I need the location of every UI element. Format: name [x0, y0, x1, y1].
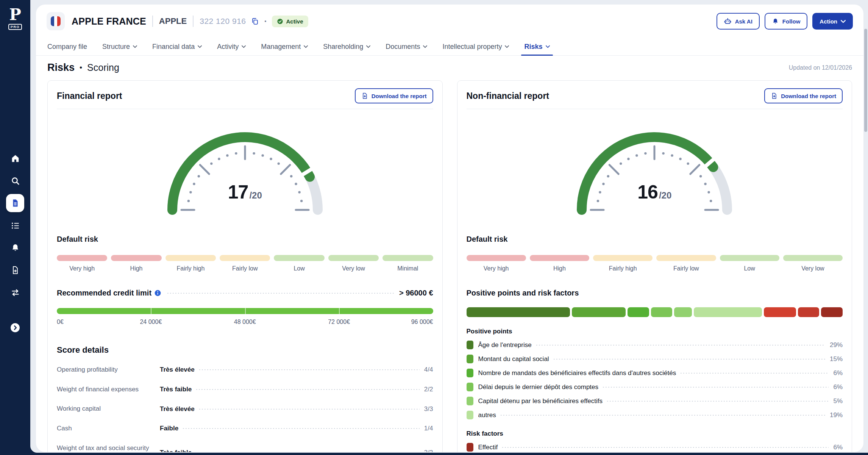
- risk-level-label: Fairly low: [656, 265, 716, 272]
- score-detail-score: 2/2: [424, 386, 433, 393]
- factor-percentage: 6%: [833, 444, 843, 451]
- sidebar: P PRO: [0, 0, 30, 455]
- file-plus-icon: [11, 266, 20, 275]
- panel-title: Non-financial report: [467, 91, 550, 101]
- panel-title: Financial report: [57, 91, 122, 101]
- risk-level-label: Very low: [328, 265, 379, 272]
- credit-tick-label: 72 000€: [328, 319, 350, 325]
- tab-shareholding[interactable]: Shareholding: [323, 38, 370, 55]
- factor-percentage: 19%: [830, 411, 843, 419]
- factor-color-swatch: [467, 383, 473, 391]
- risk-level-label: Very low: [783, 265, 843, 272]
- divider: [57, 109, 433, 109]
- dotted-leader: [199, 409, 420, 410]
- risk-level: Low: [720, 255, 779, 272]
- sidebar-item-documents[interactable]: [6, 194, 24, 212]
- factor-row: Délai depuis le dernier dépôt des compte…: [467, 383, 843, 391]
- score-detail-label: Weight of tax and social security liabil…: [57, 444, 160, 452]
- credit-limit-ticks: 0€24 000€48 000€72 000€96 000€: [57, 319, 433, 327]
- panel-head: Non-financial report Download the report: [467, 88, 843, 103]
- tab-documents[interactable]: Documents: [386, 38, 427, 55]
- document-icon: [11, 199, 20, 208]
- robot-icon: [724, 17, 732, 25]
- factor-percentage: 29%: [830, 341, 843, 349]
- updated-date: Updated on 12/01/2026: [789, 64, 852, 71]
- factors-heading: Positive points and risk factors: [467, 289, 843, 297]
- main-canvas: APPLE FRANCE APPLE 322 120 916 · Active …: [30, 0, 868, 453]
- factor-color-swatch: [467, 411, 473, 419]
- tab-management[interactable]: Management: [261, 38, 308, 55]
- copy-siren-button[interactable]: [250, 16, 260, 26]
- risk-level-bar: [720, 255, 779, 261]
- sidebar-item-reports[interactable]: [6, 261, 24, 279]
- divider: [193, 16, 194, 27]
- sidebar-item-home[interactable]: [6, 149, 24, 167]
- distribution-segment: [821, 307, 843, 317]
- score-detail-row: Weight of financial expenses Très faible…: [57, 385, 433, 394]
- score-detail-value: Faible: [160, 425, 178, 432]
- sidebar-item-lists[interactable]: [6, 216, 24, 235]
- chevron-down-icon: [304, 45, 308, 48]
- list-icon: [11, 221, 20, 230]
- home-icon: [11, 154, 20, 163]
- score-details-heading: Score details: [57, 345, 433, 355]
- scrollbar[interactable]: [864, 29, 867, 132]
- tab-financial-data[interactable]: Financial data: [152, 38, 202, 55]
- tab-company-file[interactable]: Company file: [47, 38, 87, 55]
- app-logo[interactable]: P PRO: [8, 7, 22, 30]
- chevron-right-circle-icon: [10, 323, 20, 333]
- risk-level: Very low: [783, 255, 843, 272]
- sidebar-expand-button[interactable]: [6, 319, 24, 337]
- content-card: APPLE FRANCE APPLE 322 120 916 · Active …: [36, 5, 863, 452]
- chevron-down-icon: [546, 45, 550, 48]
- ask-ai-button[interactable]: Ask AI: [717, 13, 760, 30]
- risk-level: Fairly high: [593, 255, 653, 272]
- sidebar-item-notifications[interactable]: [6, 239, 24, 257]
- score-detail-score: 3/3: [424, 405, 433, 413]
- download-report-button[interactable]: Download the report: [355, 88, 433, 103]
- info-icon[interactable]: [154, 289, 161, 297]
- tab-risks[interactable]: Risks: [524, 38, 550, 55]
- chevron-down-icon: [366, 45, 370, 48]
- dotted-leader: [607, 401, 829, 402]
- score-details-table: Operating profitability Très élevée 4/4 …: [57, 365, 433, 452]
- risk-level: Very high: [57, 255, 107, 272]
- tab-activity[interactable]: Activity: [217, 38, 246, 55]
- copy-icon: [251, 17, 259, 25]
- tab-intellectual-property[interactable]: Intellectual property: [442, 38, 509, 55]
- factor-row: Nombre de mandats des bénéficiaires effe…: [467, 369, 843, 377]
- positive-points-heading: Positive points: [467, 328, 843, 335]
- credit-limit-bar: [57, 308, 433, 314]
- distribution-segment: [651, 307, 673, 317]
- follow-button[interactable]: Follow: [765, 13, 808, 30]
- france-flag-icon: [51, 16, 61, 26]
- risk-level-label: Very high: [57, 265, 107, 272]
- panel-head: Financial report Download the report: [57, 88, 433, 103]
- factor-label: Âge de l'entreprise: [478, 341, 532, 349]
- siren-number: 322 120 916: [200, 17, 246, 26]
- sidebar-item-search[interactable]: [6, 172, 24, 190]
- dotted-leader: [681, 373, 829, 374]
- factor-label: Nombre de mandats des bénéficiaires effe…: [478, 369, 676, 377]
- bar-separator: [245, 308, 246, 314]
- sidebar-nav: [0, 149, 30, 341]
- risk-level-bar: [57, 255, 107, 261]
- risk-level: High: [111, 255, 161, 272]
- risk-level: Very low: [328, 255, 379, 272]
- risk-level: Fairly high: [165, 255, 216, 272]
- sidebar-item-transfers[interactable]: [6, 283, 24, 302]
- bell-icon: [11, 243, 20, 253]
- factor-color-swatch: [467, 341, 473, 349]
- risk-level-label: Low: [720, 265, 779, 272]
- positive-points-list: Âge de l'entreprise 29% Montant du capit…: [467, 341, 843, 419]
- download-report-button[interactable]: Download the report: [764, 88, 843, 103]
- dotted-leader: [196, 389, 420, 390]
- risk-level: Low: [274, 255, 324, 272]
- factor-color-swatch: [467, 443, 473, 452]
- non-financial-score-gauge: 16 /20: [571, 126, 738, 217]
- tab-structure[interactable]: Structure: [102, 38, 137, 55]
- score-detail-score: 4/4: [424, 366, 433, 374]
- score-detail-label: Operating profitability: [57, 365, 160, 375]
- action-button[interactable]: Action: [812, 13, 853, 30]
- credit-tick-label: 96 000€: [411, 319, 433, 325]
